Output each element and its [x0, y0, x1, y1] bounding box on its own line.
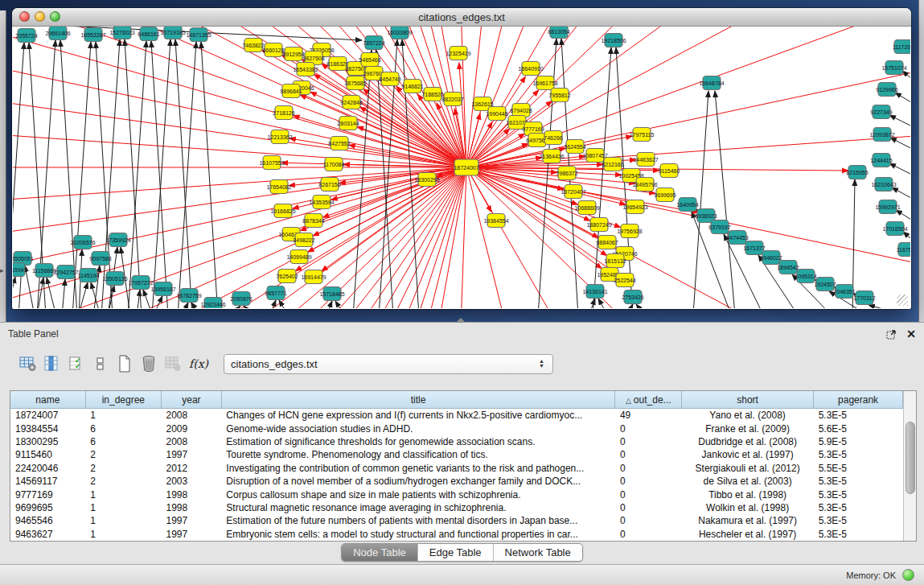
- tab-network-table[interactable]: Network Table: [493, 544, 582, 561]
- graph-node[interactable]: 8215955: [846, 166, 868, 179]
- network-canvas[interactable]: 2055724206914061655328715276023646616110…: [13, 27, 910, 308]
- graph-node[interactable]: 7625402: [276, 270, 298, 283]
- graph-node[interactable]: 8822037: [441, 93, 463, 106]
- graph-node[interactable]: 3498222: [293, 233, 314, 247]
- graph-node[interactable]: 17016504: [882, 222, 907, 236]
- graph-node[interactable]: 16553287: [80, 28, 105, 42]
- graph-node[interactable]: 19218506: [601, 34, 626, 47]
- table-row[interactable]: 969969511998Structural magnetic resonanc…: [10, 501, 903, 514]
- graph-node[interactable]: 9946022: [760, 251, 782, 265]
- graph-node[interactable]: 2753426: [622, 290, 643, 304]
- graph-node[interactable]: 13958187: [150, 282, 175, 296]
- graph-node[interactable]: 16107553: [259, 156, 284, 170]
- graph-node[interactable]: 9474453: [726, 231, 748, 245]
- graph-node[interactable]: 18495796: [632, 178, 657, 192]
- graph-node[interactable]: 2522544: [614, 274, 635, 287]
- graph-node[interactable]: 8660128: [262, 43, 284, 57]
- graph-node[interactable]: 7857224: [363, 36, 384, 50]
- graph-node[interactable]: 6466161: [138, 27, 159, 41]
- graph-node[interactable]: 15276023: [109, 27, 134, 39]
- graph-node[interactable]: 9227349: [870, 105, 892, 119]
- graph-node[interactable]: 1117204: [893, 40, 910, 54]
- graph-node[interactable]: 14099489: [286, 250, 311, 264]
- graph-node[interactable]: 12093872: [869, 128, 894, 142]
- graph-node[interactable]: 7955812: [548, 89, 570, 102]
- graph-node[interactable]: 6379197: [708, 220, 730, 234]
- table-row[interactable]: 977716911998Corpus callosum shape and si…: [10, 488, 903, 501]
- graph-node[interactable]: 1770312: [853, 291, 875, 305]
- graph-node[interactable]: 5465466: [359, 53, 380, 67]
- graph-node[interactable]: 19756928: [617, 225, 642, 238]
- tab-edge-table[interactable]: Edge Table: [417, 544, 493, 561]
- graph-node[interactable]: 1145194: [78, 269, 100, 282]
- graph-node[interactable]: 9242848: [340, 96, 362, 109]
- graph-node[interactable]: 8454749: [379, 72, 400, 86]
- graph-node[interactable]: 20206576: [70, 236, 95, 249]
- graph-node[interactable]: 1671377: [743, 241, 765, 255]
- graph-node[interactable]: 2718126: [273, 106, 294, 120]
- graph-node[interactable]: 10719185: [160, 27, 185, 39]
- show-columns-button[interactable]: [40, 352, 64, 375]
- graph-node[interactable]: 16914479: [301, 270, 326, 284]
- graph-node[interactable]: 1167530: [897, 243, 910, 257]
- window-titlebar[interactable]: citations_edges.txt: [12, 8, 911, 27]
- table-row[interactable]: 2242004622012Investigating the contribut…: [10, 462, 903, 475]
- graph-node[interactable]: 1170084: [323, 158, 345, 171]
- table-row[interactable]: 946362711997Embryonic stem cells: a mode…: [10, 528, 903, 541]
- graph-node[interactable]: 20691406: [45, 27, 70, 40]
- graph-node[interactable]: 18724007: [454, 159, 478, 175]
- delete-column-button[interactable]: [137, 352, 161, 375]
- row-display-button[interactable]: [88, 352, 113, 375]
- tab-node-table[interactable]: Node Table: [342, 544, 417, 561]
- column-header-name[interactable]: name: [10, 391, 85, 409]
- graph-node[interactable]: 8912954: [282, 47, 304, 61]
- graph-node[interactable]: 7463822: [242, 39, 264, 52]
- graph-node[interactable]: 1815132: [604, 254, 626, 268]
- column-header-year[interactable]: year: [162, 391, 222, 409]
- graph-node[interactable]: 12213363: [267, 130, 292, 144]
- graph-node[interactable]: 3624554: [564, 140, 585, 154]
- graph-node[interactable]: 9896841: [280, 84, 302, 98]
- zoom-button[interactable]: [50, 11, 60, 22]
- graph-node[interactable]: 9857771: [265, 286, 286, 300]
- graph-node[interactable]: 14463627: [633, 153, 658, 167]
- float-panel-icon[interactable]: [886, 329, 897, 340]
- graph-node[interactable]: 3875685: [344, 76, 366, 90]
- close-panel-icon[interactable]: ✕: [906, 328, 916, 340]
- graph-node[interactable]: 17957272: [128, 276, 153, 290]
- graph-node[interactable]: 17654082: [266, 180, 291, 194]
- graph-node[interactable]: 8878344: [302, 214, 324, 228]
- graph-node[interactable]: 1244415: [870, 154, 892, 167]
- graph-node[interactable]: 15751074: [881, 61, 906, 75]
- column-header-in-degree[interactable]: in_degree: [85, 391, 161, 409]
- column-header-out-de-[interactable]: △out_de...: [615, 391, 682, 409]
- graph-node[interactable]: 7046351: [833, 285, 855, 299]
- graph-node[interactable]: 8267150: [318, 178, 340, 192]
- graph-node[interactable]: 17975115: [630, 128, 655, 142]
- graph-node[interactable]: 16648784: [699, 76, 724, 90]
- graph-node[interactable]: 8427552: [328, 137, 350, 150]
- new-column-button[interactable]: [113, 352, 137, 375]
- graph-node[interactable]: 21364436: [539, 150, 564, 163]
- graph-node[interactable]: 12325419: [446, 47, 470, 60]
- graph-node[interactable]: 15992971: [875, 200, 900, 214]
- table-scrollbar-thumb[interactable]: [906, 422, 915, 494]
- graph-node[interactable]: 3915941: [13, 263, 27, 277]
- table-row[interactable]: 1872400712008Changes of HCN gene express…: [10, 409, 903, 422]
- graph-node[interactable]: 15718485: [319, 287, 344, 301]
- table-scrollbar-track[interactable]: [903, 391, 916, 541]
- graph-node[interactable]: 9699695: [654, 188, 676, 202]
- graph-node[interactable]: 16210643: [871, 178, 896, 192]
- graph-node[interactable]: 16033809: [387, 27, 412, 39]
- graph-node[interactable]: 2803144: [337, 117, 359, 130]
- graph-node[interactable]: 13505135: [102, 272, 127, 286]
- delete-table-button[interactable]: [161, 352, 185, 375]
- graph-node[interactable]: 6212160: [602, 158, 623, 171]
- select-columns-button[interactable]: ✓✓: [64, 352, 88, 375]
- graph-node[interactable]: 18720407: [561, 185, 585, 199]
- table-selector-dropdown[interactable]: citations_edges.txt ▲▼: [224, 354, 553, 374]
- table-row[interactable]: 911546021997Tourette syndrome. Phenomeno…: [10, 448, 903, 461]
- graph-node[interactable]: 1640954: [676, 198, 698, 212]
- graph-node[interactable]: 7188520: [421, 88, 443, 101]
- graph-node[interactable]: 19384554: [483, 214, 508, 228]
